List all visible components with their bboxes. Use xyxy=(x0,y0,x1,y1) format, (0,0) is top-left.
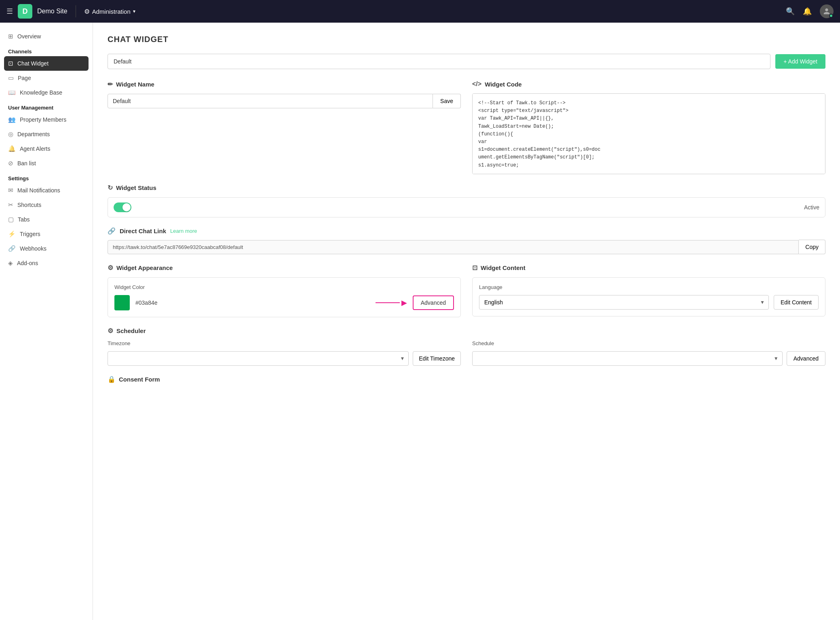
widget-code-block[interactable]: <!--Start of Tawk.to Script--> <script t… xyxy=(472,93,825,174)
page-title: CHAT WIDGET xyxy=(108,35,825,44)
link-icon: 🔗 xyxy=(108,227,116,235)
sidebar-item-knowledge-base[interactable]: 📖 Knowledge Base xyxy=(0,85,93,100)
consent-form-header: 🔒 Consent Form xyxy=(108,375,825,383)
direct-link-row: Copy xyxy=(108,240,825,254)
site-logo: D xyxy=(18,4,32,19)
direct-link-header: 🔗 Direct Chat Link Learn more xyxy=(108,227,825,235)
consent-form-title: Consent Form xyxy=(119,376,160,383)
lock-icon: 🔒 xyxy=(108,375,116,383)
agent-alerts-icon: 🔔 xyxy=(8,145,16,152)
sidebar-item-addons[interactable]: ◈ Add-ons xyxy=(0,256,93,270)
status-toggle[interactable] xyxy=(114,202,131,212)
sidebar-item-label: Add-ons xyxy=(17,260,38,266)
code-icon: </> xyxy=(472,80,481,88)
widget-code-title: Widget Code xyxy=(485,81,522,88)
scheduler-icon: ⚙ xyxy=(108,327,113,335)
advanced-color-button[interactable]: Advanced xyxy=(413,295,454,310)
sidebar: ⊞ Overview Channels ⊡ Chat Widget ▭ Page… xyxy=(0,23,93,620)
direct-link-input[interactable] xyxy=(108,240,799,254)
widget-name-title: Widget Name xyxy=(116,81,154,88)
content-box: Language English ▼ Edit Content xyxy=(472,277,825,316)
sidebar-item-mail-notifications[interactable]: ✉ Mail Notifications xyxy=(0,183,93,198)
scheduler-header: ⚙ Scheduler xyxy=(108,327,825,335)
sidebar-item-tabs[interactable]: ▢ Tabs xyxy=(0,212,93,227)
color-row: #03a84e ▶ Advanced xyxy=(114,295,454,310)
widget-appearance-title: Widget Appearance xyxy=(116,264,173,271)
nav-divider xyxy=(76,5,76,17)
appearance-content-section: ⚙ Widget Appearance Widget Color #03a84e… xyxy=(108,264,825,317)
appearance-box: Widget Color #03a84e ▶ Advanced xyxy=(108,277,461,317)
widget-name-input[interactable] xyxy=(108,94,433,108)
sidebar-item-label: Knowledge Base xyxy=(20,89,62,96)
widget-status-title: Widget Status xyxy=(116,184,156,191)
schedule-col: Schedule ▼ Advanced xyxy=(472,340,825,366)
sidebar-item-property-members[interactable]: 👥 Property Members xyxy=(0,112,93,127)
gear-icon: ⚙ xyxy=(84,8,90,15)
sidebar-item-label: Ban list xyxy=(17,160,36,167)
property-members-icon: 👥 xyxy=(8,116,16,123)
sidebar-item-label: Tabs xyxy=(18,216,30,223)
color-swatch[interactable] xyxy=(114,295,130,310)
advanced-schedule-button[interactable]: Advanced xyxy=(787,351,825,366)
sidebar-item-shortcuts[interactable]: ✂ Shortcuts xyxy=(0,198,93,212)
sidebar-item-chat-widget[interactable]: ⊡ Chat Widget xyxy=(4,56,89,71)
search-icon[interactable]: 🔍 xyxy=(786,7,795,16)
sidebar-item-departments[interactable]: ◎ Departments xyxy=(0,127,93,141)
arrow-line xyxy=(376,302,400,303)
widget-status-section: ↻ Widget Status Active xyxy=(108,184,825,217)
chevron-down-icon: ▾ xyxy=(133,8,135,14)
widget-content-icon: ⊡ xyxy=(472,264,477,272)
sidebar-item-overview[interactable]: ⊞ Overview xyxy=(0,29,93,44)
arrow-head-icon: ▶ xyxy=(401,298,407,307)
widget-appearance-header: ⚙ Widget Appearance xyxy=(108,264,461,272)
user-management-section-label: User Management xyxy=(0,100,93,112)
webhooks-icon: 🔗 xyxy=(8,245,16,252)
sidebar-item-ban-list[interactable]: ⊘ Ban list xyxy=(0,156,93,171)
direct-chat-link-section: 🔗 Direct Chat Link Learn more Copy xyxy=(108,227,825,254)
hamburger-menu[interactable]: ☰ xyxy=(6,7,13,16)
schedule-select[interactable] xyxy=(472,351,783,366)
language-row: English ▼ Edit Content xyxy=(479,295,819,310)
copy-button[interactable]: Copy xyxy=(799,240,825,254)
save-button[interactable]: Save xyxy=(433,94,461,108)
sidebar-item-webhooks[interactable]: 🔗 Webhooks xyxy=(0,241,93,256)
administration-menu[interactable]: ⚙ Administration ▾ xyxy=(84,8,135,15)
channels-section-label: Channels xyxy=(0,44,93,56)
bell-icon[interactable]: 🔔 xyxy=(803,7,812,16)
direct-link-title: Direct Chat Link xyxy=(120,228,166,234)
status-label: Active xyxy=(804,204,819,211)
edit-timezone-button[interactable]: Edit Timezone xyxy=(413,351,461,366)
admin-label: Administration xyxy=(92,8,131,15)
status-row: Active xyxy=(108,197,825,217)
user-avatar[interactable] xyxy=(820,4,834,18)
shortcuts-icon: ✂ xyxy=(8,201,13,209)
toggle-knob xyxy=(122,203,131,211)
addons-icon: ◈ xyxy=(8,259,13,267)
edit-content-button[interactable]: Edit Content xyxy=(774,295,819,310)
widget-selector-row: + Add Widget xyxy=(108,54,825,69)
timezone-select[interactable] xyxy=(108,351,409,366)
language-select-wrap: English ▼ xyxy=(479,295,769,310)
sidebar-item-agent-alerts[interactable]: 🔔 Agent Alerts xyxy=(0,141,93,156)
timezone-label: Timezone xyxy=(108,340,461,346)
ban-list-icon: ⊘ xyxy=(8,160,13,167)
add-widget-button[interactable]: + Add Widget xyxy=(775,54,825,69)
schedule-select-wrap: ▼ xyxy=(472,351,783,366)
settings-section-label: Settings xyxy=(0,171,93,183)
sidebar-item-page[interactable]: ▭ Page xyxy=(0,71,93,85)
language-select[interactable]: English xyxy=(479,295,769,310)
sidebar-item-label: Webhooks xyxy=(20,245,46,252)
sidebar-item-label: Page xyxy=(18,75,31,81)
online-status-dot xyxy=(829,14,833,18)
widget-content-title: Widget Content xyxy=(481,264,526,271)
appearance-icon: ⚙ xyxy=(108,264,113,272)
widget-content-header: ⊡ Widget Content xyxy=(472,264,825,272)
learn-more-link[interactable]: Learn more xyxy=(170,228,197,234)
sidebar-item-triggers[interactable]: ⚡ Triggers xyxy=(0,227,93,241)
timezone-row: ▼ Edit Timezone xyxy=(108,351,461,366)
scheduler-section: ⚙ Scheduler Timezone ▼ Edit Timezone xyxy=(108,327,825,366)
widget-name-section: ✏ Widget Name Save xyxy=(108,80,461,174)
sidebar-item-label: Property Members xyxy=(20,116,66,123)
sidebar-item-label: Mail Notifications xyxy=(17,187,60,194)
widget-selector-input[interactable] xyxy=(108,54,770,69)
